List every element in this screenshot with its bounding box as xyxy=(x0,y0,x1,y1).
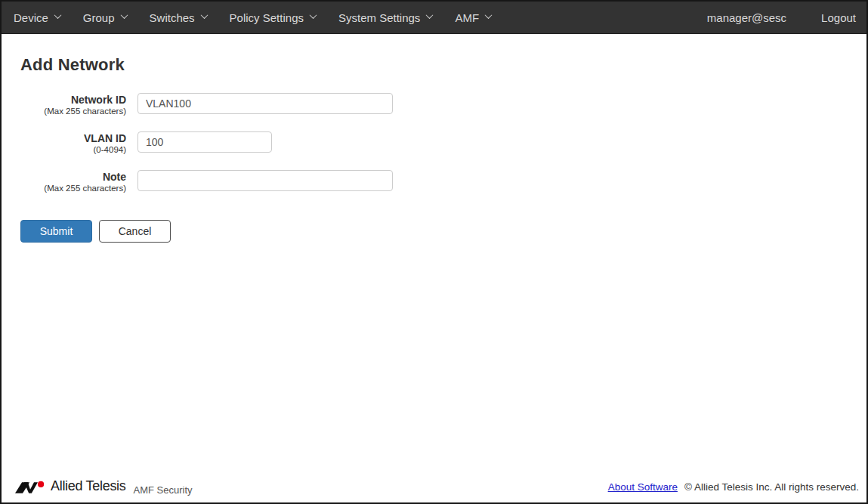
chevron-down-icon xyxy=(54,11,61,19)
top-navbar: Device Group Switches Policy Settings Sy… xyxy=(2,2,866,34)
network-id-input[interactable] xyxy=(137,93,393,114)
nav-item-switches[interactable]: Switches xyxy=(150,11,207,24)
nav-menu: Device Group Switches Policy Settings Sy… xyxy=(14,11,707,24)
brand-name: Allied Telesis xyxy=(51,478,126,494)
nav-right: manager@sesc Logout xyxy=(707,11,856,24)
nav-item-system-settings[interactable]: System Settings xyxy=(338,11,432,24)
vlan-id-hint: (0-4094) xyxy=(20,144,126,155)
nav-item-policy-settings[interactable]: Policy Settings xyxy=(230,11,316,24)
nav-item-device[interactable]: Device xyxy=(14,11,60,24)
note-hint: (Max 255 characters) xyxy=(20,183,126,193)
field-label-group: Note (Max 255 characters) xyxy=(20,170,126,193)
chevron-down-icon xyxy=(426,11,434,19)
logged-in-user: manager@sesc xyxy=(707,11,786,24)
brand: Allied Telesis xyxy=(15,478,126,494)
note-label: Note xyxy=(20,171,126,183)
nav-item-label: Policy Settings xyxy=(230,11,304,24)
nav-item-label: Switches xyxy=(150,11,195,24)
main-content: Add Network Network ID (Max 255 characte… xyxy=(2,34,866,243)
footer-legal-area: About Software © Allied Telesis Inc. All… xyxy=(608,481,859,493)
about-software-link[interactable]: About Software xyxy=(608,481,678,493)
nav-item-group[interactable]: Group xyxy=(83,11,127,24)
form-row-note: Note (Max 255 characters) xyxy=(20,170,866,193)
nav-item-label: Group xyxy=(83,11,115,24)
field-label-group: Network ID (Max 255 characters) xyxy=(20,93,126,116)
nav-item-amf[interactable]: AMF xyxy=(455,11,491,24)
product-name: AMF Security xyxy=(134,484,193,496)
add-network-page: { "navbar": { "items": [ { "label": "Dev… xyxy=(0,0,868,504)
nav-item-label: System Settings xyxy=(338,11,420,24)
form-actions: Submit Cancel xyxy=(20,220,866,243)
vlan-id-input[interactable] xyxy=(137,131,272,153)
nav-item-label: Device xyxy=(14,11,48,24)
page-footer: Allied Telesis AMF Security About Softwa… xyxy=(2,475,866,502)
network-id-label: Network ID xyxy=(20,94,126,106)
form-row-network-id: Network ID (Max 255 characters) xyxy=(20,93,866,116)
field-label-group: VLAN ID (0-4094) xyxy=(20,131,126,155)
submit-button[interactable]: Submit xyxy=(20,220,92,243)
logout-button[interactable]: Logout xyxy=(821,11,856,24)
chevron-down-icon xyxy=(485,11,493,19)
cancel-button[interactable]: Cancel xyxy=(99,220,171,243)
vlan-id-label: VLAN ID xyxy=(20,132,126,144)
nav-item-label: AMF xyxy=(455,11,479,24)
network-id-hint: (Max 255 characters) xyxy=(20,106,126,116)
add-network-form: Network ID (Max 255 characters) VLAN ID … xyxy=(20,93,866,243)
page-title: Add Network xyxy=(20,55,866,75)
form-row-vlan-id: VLAN ID (0-4094) xyxy=(20,131,866,155)
copyright-text: © Allied Telesis Inc. All rights reserve… xyxy=(684,481,859,493)
chevron-down-icon xyxy=(120,11,128,19)
chevron-down-icon xyxy=(310,11,317,19)
note-input[interactable] xyxy=(137,170,393,191)
allied-telesis-logo-icon xyxy=(15,481,45,495)
footer-brand-area: Allied Telesis AMF Security xyxy=(15,478,193,496)
chevron-down-icon xyxy=(200,11,208,19)
